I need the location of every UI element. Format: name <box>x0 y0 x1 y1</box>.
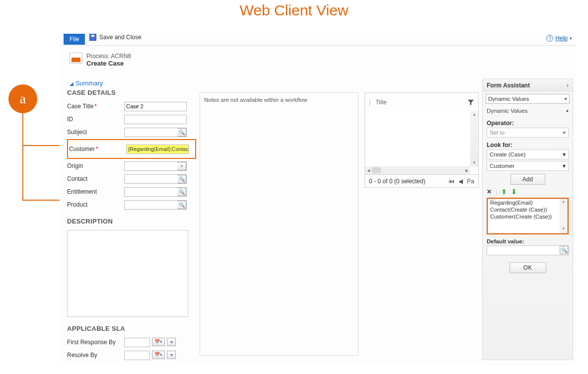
resolve-by-date-input[interactable] <box>125 351 149 360</box>
file-menu-button[interactable]: File <box>64 34 85 45</box>
first-page-icon[interactable]: ⏮ <box>448 178 454 185</box>
chevron-down-icon[interactable]: ▾ <box>177 162 186 170</box>
origin-label: Origin <box>67 162 124 169</box>
grid-status-text: 0 - 0 of 0 (0 selected) <box>369 178 425 185</box>
first-response-label: First Response By <box>67 339 124 346</box>
operator-label: Operator: <box>487 120 569 127</box>
chevron-down-icon: ▾ <box>570 36 572 41</box>
time-dropdown[interactable]: ▾ <box>167 351 176 359</box>
remove-icon[interactable]: ✕ <box>487 188 492 195</box>
grid-column-title[interactable]: Title <box>375 99 386 106</box>
required-icon: * <box>94 103 97 110</box>
move-up-icon[interactable]: ⬆ <box>501 188 507 196</box>
assistant-mode-value: Dynamic Values <box>488 96 529 102</box>
summary-label: Summary <box>75 79 103 87</box>
left-column: CASE DETAILS Case Title* ID Subject 🔍 Cu… <box>67 89 196 362</box>
lookfor-entity-value: Create (Case) <box>490 151 525 157</box>
field-subject: Subject 🔍 <box>67 126 196 138</box>
ok-button[interactable]: OK <box>510 262 546 273</box>
case-title-input[interactable] <box>125 102 186 111</box>
entitlement-label: Entitlement <box>67 188 124 195</box>
toolbar: File Save and Close ? Help ▾ <box>60 33 576 46</box>
lookfor-entity-select[interactable]: Create (Case) ▾ <box>487 150 569 159</box>
assistant-section-label: Dynamic Values <box>487 108 527 114</box>
page-label: Pa <box>467 178 474 185</box>
filter-icon[interactable] <box>467 99 474 106</box>
notes-unavailable-message: Notes are not available within a workflo… <box>200 93 358 107</box>
related-grid: |Title ▲▼ ◀▶ 0 - 0 of 0 (0 selected) ⏮ ◀… <box>365 92 479 188</box>
list-item[interactable]: Customer(Create (Case)) <box>488 213 567 220</box>
horizontal-scrollbar[interactable]: ◀▶ <box>365 166 470 174</box>
first-response-date-input[interactable] <box>125 338 149 347</box>
notes-panel: Notes are not available within a workflo… <box>200 92 359 356</box>
grid-body[interactable]: ▲▼ ◀▶ <box>365 111 479 175</box>
contact-input[interactable] <box>125 175 177 183</box>
operator-select[interactable]: Set to ▾ <box>487 128 569 138</box>
operator-value: Set to <box>490 130 505 136</box>
page-heading: Web Client View <box>0 0 588 22</box>
description-textarea[interactable] <box>67 230 188 317</box>
field-customer-highlighted: Customer* {Regarding(Email);Contact(Cr <box>67 139 196 159</box>
product-input[interactable] <box>125 201 177 209</box>
calendar-icon[interactable]: 📅▾ <box>152 338 165 346</box>
lookup-icon[interactable]: 🔍 <box>177 201 186 209</box>
contact-label: Contact <box>67 175 124 182</box>
subject-input[interactable] <box>125 128 177 137</box>
origin-select[interactable] <box>125 162 177 170</box>
save-and-close-button[interactable]: Save and Close <box>89 34 142 41</box>
process-icon <box>70 53 82 64</box>
product-label: Product <box>67 201 124 208</box>
app-window: File Save and Close ? Help ▾ Process: AC… <box>60 33 576 366</box>
chevron-down-icon: ▾ <box>563 162 566 169</box>
form-assistant-panel: Form Assistant › Dynamic Values ▾ Dynami… <box>482 78 573 360</box>
default-value-input[interactable] <box>487 246 560 255</box>
dynamic-values-list[interactable]: Regarding(Email) Contact(Create (Case)) … <box>488 199 568 233</box>
case-title-label: Case Title <box>67 103 93 110</box>
description-title: DESCRIPTION <box>67 218 196 225</box>
chevron-down-icon: ▾ <box>563 151 566 158</box>
process-header: Process: ACRN8 Create Case <box>70 53 131 67</box>
summary-section-toggle[interactable]: ◢ Summary <box>70 79 103 87</box>
lookup-icon[interactable]: 🔍 <box>177 175 186 183</box>
id-label: ID <box>67 116 124 123</box>
lookfor-attr-select[interactable]: Customer ▾ <box>487 161 569 171</box>
list-item[interactable]: Regarding(Email) <box>488 199 567 206</box>
default-value-label: Default value: <box>487 238 569 244</box>
move-down-icon[interactable]: ⬇ <box>511 188 517 196</box>
time-dropdown[interactable]: ▾ <box>167 338 176 346</box>
lookup-icon[interactable]: 🔍 <box>560 246 568 254</box>
list-scrollbar[interactable]: ▲▼ <box>560 199 567 233</box>
step-name: Create Case <box>86 60 131 67</box>
chevron-right-icon[interactable]: › <box>567 82 569 89</box>
field-first-response-by: First Response By 📅▾ ▾ <box>67 336 196 348</box>
lookup-icon[interactable]: 🔍 <box>177 188 186 196</box>
add-button[interactable]: Add <box>511 174 545 185</box>
chevron-down-icon: ▾ <box>565 96 567 101</box>
assistant-mode-select[interactable]: Dynamic Values ▾ <box>486 94 570 104</box>
dynamic-values-list-highlighted: Regarding(Email) Contact(Create (Case)) … <box>487 198 569 234</box>
id-input[interactable] <box>125 115 186 124</box>
process-name: Process: ACRN8 <box>86 53 131 60</box>
form-assistant-title: Form Assistant <box>487 82 530 89</box>
field-product: Product 🔍 <box>67 199 196 211</box>
list-item[interactable]: Contact(Create (Case)) <box>488 206 567 213</box>
lookup-icon[interactable]: 🔍 <box>177 128 186 137</box>
calendar-icon[interactable]: 📅▾ <box>152 351 165 359</box>
field-origin: Origin ▾ <box>67 160 196 172</box>
chevron-down-icon: ▾ <box>563 129 566 136</box>
resolve-by-label: Resolve By <box>67 352 124 359</box>
field-contact: Contact 🔍 <box>67 173 196 185</box>
case-details-title: CASE DETAILS <box>67 89 196 96</box>
subject-label: Subject <box>67 129 124 136</box>
assistant-section-toggle[interactable]: Dynamic Values ▴ <box>486 106 570 116</box>
help-label: Help <box>555 35 568 42</box>
customer-label: Customer <box>69 146 95 152</box>
customer-value[interactable]: {Regarding(Email);Contact(Cr <box>127 146 188 152</box>
annotation-line <box>22 113 23 146</box>
required-icon: * <box>96 146 98 152</box>
field-entitlement: Entitlement 🔍 <box>67 186 196 198</box>
entitlement-input[interactable] <box>125 188 177 196</box>
prev-page-icon[interactable]: ◀ <box>458 178 463 185</box>
vertical-scrollbar[interactable]: ▲▼ <box>470 111 478 166</box>
help-menu[interactable]: ? Help ▾ <box>546 35 572 42</box>
